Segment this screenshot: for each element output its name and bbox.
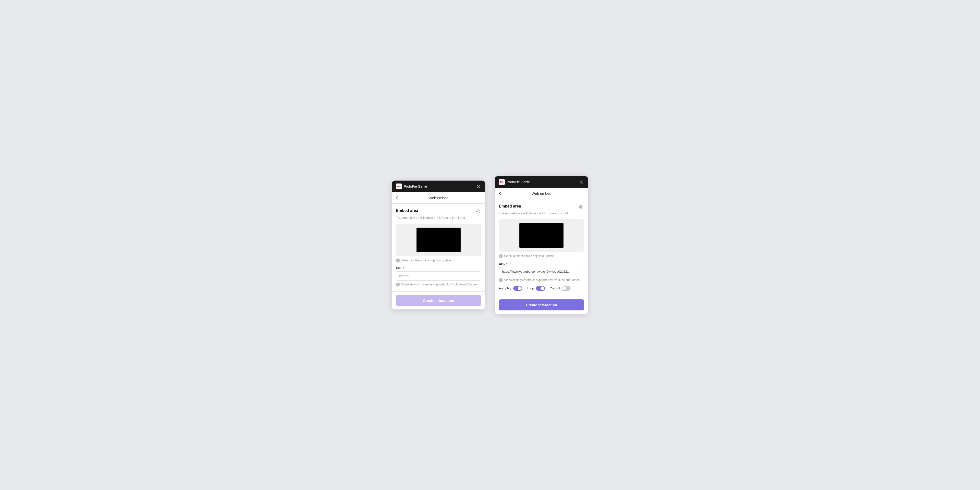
url-label-right: URL* xyxy=(499,262,584,266)
loop-knob xyxy=(541,286,544,290)
create-interaction-button-left[interactable]: Create interaction xyxy=(396,295,481,306)
video-hint-text-right: Video settings control is supported for … xyxy=(504,278,580,282)
preview-video-left xyxy=(417,228,461,252)
app-name-right: ProtoPie Genie xyxy=(507,180,530,184)
toggle-autoplay: Autoplay xyxy=(499,286,522,291)
hint-text-left: Select another shape object to update xyxy=(401,259,451,262)
title-bar-right: ProtoPie Genie xyxy=(495,176,588,188)
toggle-loop: Loop xyxy=(527,286,545,291)
close-button-right[interactable] xyxy=(579,179,584,185)
content-right: Embed area The embed area will show the … xyxy=(495,199,588,296)
preview-box-right xyxy=(499,219,584,251)
section-header-left: Embed area xyxy=(396,208,481,215)
svg-point-14 xyxy=(579,205,583,209)
section-header-right: Embed area xyxy=(499,204,584,210)
hint-text-right: Select another shape object to update xyxy=(504,254,554,258)
create-interaction-button-right[interactable]: Create interaction xyxy=(499,299,584,310)
svg-rect-0 xyxy=(397,186,399,187)
sub-header-right: Web embed xyxy=(495,188,588,199)
loop-label: Loop xyxy=(527,286,534,290)
panel-left: ProtoPie Genie Web embed Embed area xyxy=(392,181,485,309)
panel-right: ProtoPie Genie Web embed Embed area xyxy=(495,176,588,314)
required-mark-left: * xyxy=(403,266,404,270)
close-button-left[interactable] xyxy=(476,184,481,189)
app-name-left: ProtoPie Genie xyxy=(404,185,427,188)
toggle-row: Autoplay Loop Control xyxy=(499,286,584,291)
preview-video-right xyxy=(519,223,563,248)
settings-icon-left[interactable] xyxy=(475,208,481,215)
video-hint-right: ? Video settings control is supported fo… xyxy=(499,278,584,282)
sub-header-left: Web embed xyxy=(392,192,485,204)
section-title-right: Embed area xyxy=(499,204,521,208)
autoplay-label: Autoplay xyxy=(499,286,511,290)
title-bar-branding: ProtoPie Genie xyxy=(396,183,427,189)
content-left: Embed area The embed area will show the … xyxy=(392,204,485,291)
section-title-left: Embed area xyxy=(396,208,418,213)
title-bar-branding-right: ProtoPie Genie xyxy=(499,179,530,185)
title-bar-left: ProtoPie Genie xyxy=(392,181,485,192)
select-hint-right: i Select another shape object to update xyxy=(499,254,584,258)
loop-toggle[interactable] xyxy=(536,286,545,291)
toggle-control: Control xyxy=(550,286,571,291)
back-button-left[interactable] xyxy=(396,196,398,200)
svg-point-15 xyxy=(581,206,582,208)
url-input-left[interactable] xyxy=(396,272,481,280)
svg-rect-10 xyxy=(500,181,501,183)
url-input-right[interactable] xyxy=(499,267,584,276)
settings-icon-right[interactable] xyxy=(578,204,584,210)
footer-left: Create interaction xyxy=(392,291,485,309)
control-label: Control xyxy=(550,286,560,290)
back-button-right[interactable] xyxy=(499,192,501,196)
svg-rect-11 xyxy=(502,181,503,183)
autoplay-toggle[interactable] xyxy=(513,286,522,291)
required-mark-right: * xyxy=(506,262,507,266)
section-desc-right: The embed area will show the URL site yo… xyxy=(499,211,584,216)
sub-header-title-left: Web embed xyxy=(429,196,449,200)
video-hint-text-left: Video settings control is supported for … xyxy=(401,283,477,286)
autoplay-knob xyxy=(518,286,522,290)
section-desc-left: The embed area will show the URL site yo… xyxy=(396,215,481,220)
svg-point-5 xyxy=(477,211,479,212)
control-knob xyxy=(562,286,566,290)
control-toggle[interactable] xyxy=(562,286,571,291)
footer-right: Create interaction xyxy=(495,296,588,314)
url-label-left: URL* xyxy=(396,266,481,270)
svg-rect-1 xyxy=(399,186,401,187)
protopie-logo-right xyxy=(499,179,505,185)
video-hint-left: ? Video settings control is supported fo… xyxy=(396,283,481,286)
sub-header-title-right: Web embed xyxy=(531,191,552,196)
svg-point-4 xyxy=(477,210,480,213)
preview-box-left xyxy=(396,224,481,256)
info-icon-right: i xyxy=(499,254,503,258)
video-hint-icon-right: ? xyxy=(499,278,503,282)
select-hint-left: i Select another shape object to update xyxy=(396,258,481,262)
video-hint-icon-left: ? xyxy=(396,283,400,286)
protopie-logo xyxy=(396,183,402,189)
info-icon-left: i xyxy=(396,258,400,262)
